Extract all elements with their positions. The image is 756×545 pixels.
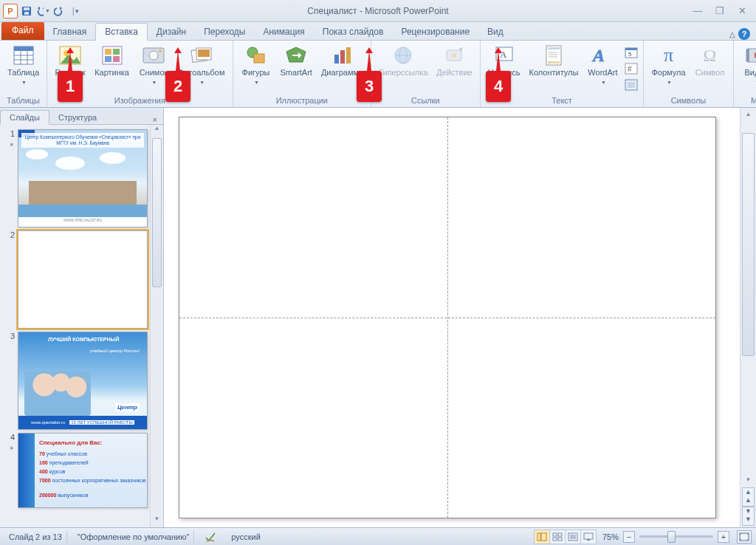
tab-animations[interactable]: Анимация xyxy=(254,24,313,40)
slide-counter[interactable]: Слайд 2 из 13 xyxy=(4,530,67,543)
zoom-value[interactable]: 75% xyxy=(602,532,619,541)
slide-thumbnail[interactable]: Специально для Вас: 70 учебных классов 1… xyxy=(18,433,148,508)
headerfooter-button[interactable]: Колонтитулы xyxy=(526,42,581,78)
table-button[interactable]: Таблица▼ xyxy=(4,42,42,89)
qat-customize[interactable]: │▾ xyxy=(68,4,83,18)
shapes-icon xyxy=(244,44,268,67)
slide-thumbnail[interactable]: Центр Компьютерного Обучения «Специалист… xyxy=(18,129,148,227)
table-icon xyxy=(12,44,35,67)
chart-icon xyxy=(331,44,354,67)
window-controls: ― ❐ ✕ xyxy=(691,4,756,18)
panel-close-icon[interactable]: × xyxy=(147,115,163,124)
workspace: Слайды Структура × 1✶ Центр Компьютерног… xyxy=(0,108,756,527)
slideshow-view-button[interactable] xyxy=(581,529,597,544)
tab-home[interactable]: Главная xyxy=(44,24,96,40)
symbol-icon: Ω xyxy=(698,44,722,67)
svg-rect-42 xyxy=(625,48,637,50)
minimize-button[interactable]: ― xyxy=(691,4,704,18)
action-button[interactable]: Действие xyxy=(433,42,475,78)
tab-insert[interactable]: Вставка xyxy=(95,23,148,41)
smartart-button[interactable]: SmartArt xyxy=(278,42,315,78)
sorter-view-button[interactable] xyxy=(550,529,566,544)
svg-text:A: A xyxy=(591,46,605,65)
object-button[interactable] xyxy=(624,78,639,92)
quick-access-toolbar: P ▼ │▾ xyxy=(0,4,83,18)
slide-thumbnail-selected[interactable] xyxy=(18,230,148,329)
zoom-slider[interactable] xyxy=(639,535,713,538)
save-button[interactable] xyxy=(19,4,34,18)
normal-view-button[interactable] xyxy=(534,529,550,544)
svg-rect-1 xyxy=(24,7,30,10)
slide-number: 3 xyxy=(10,332,15,340)
next-slide-button[interactable]: ▼▼ xyxy=(742,507,755,526)
undo-button[interactable]: ▼ xyxy=(35,4,50,18)
video-icon xyxy=(745,44,756,67)
svg-rect-57 xyxy=(553,538,557,541)
tab-transitions[interactable]: Переходы xyxy=(195,24,254,40)
window-title: Специалист - Microsoft PowerPoint xyxy=(0,6,756,16)
zoom-in-button[interactable]: + xyxy=(718,531,729,543)
tab-design[interactable]: Дизайн xyxy=(148,24,195,40)
group-title: Изображения xyxy=(114,95,165,107)
tab-review[interactable]: Рецензирование xyxy=(392,24,478,40)
fit-to-window-button[interactable] xyxy=(737,530,752,544)
svg-rect-64 xyxy=(587,539,590,541)
current-slide[interactable] xyxy=(179,117,716,518)
clipart-button[interactable]: Картинка xyxy=(92,42,132,78)
group-symbols: π Формула▼ Ω Символ Символы xyxy=(644,41,733,107)
svg-rect-53 xyxy=(537,533,540,541)
close-button[interactable]: ✕ xyxy=(735,4,749,18)
slide-thumbnail[interactable]: ЛУЧШИЙ КОМПЬЮТЕРНЫЙ учебный центр России… xyxy=(18,332,148,430)
group-title: Таблицы xyxy=(7,95,40,107)
video-button[interactable]: Видео▼ xyxy=(738,42,756,89)
date-time-button[interactable]: 5 xyxy=(624,45,639,60)
svg-rect-58 xyxy=(558,538,562,541)
svg-rect-24 xyxy=(334,55,339,64)
panel-tab-outline[interactable]: Структура xyxy=(49,111,106,124)
group-title: Ссылки xyxy=(411,95,440,107)
tab-view[interactable]: Вид xyxy=(478,24,512,40)
panel-tabs: Слайды Структура × xyxy=(0,108,163,125)
hyperlink-button[interactable]: Гиперссылка xyxy=(376,42,430,78)
reading-view-button[interactable] xyxy=(566,529,581,544)
app-icon[interactable]: P xyxy=(3,4,18,18)
zoom-control: 75% − + xyxy=(602,530,752,544)
view-buttons xyxy=(534,529,597,544)
tab-slideshow[interactable]: Показ слайдов xyxy=(314,24,393,40)
redo-button[interactable] xyxy=(52,4,66,18)
symbol-button[interactable]: Ω Символ xyxy=(692,42,729,78)
language-indicator[interactable]: русский xyxy=(227,530,264,543)
slide-canvas[interactable] xyxy=(164,108,740,527)
svg-text:5: 5 xyxy=(628,51,632,58)
maximize-button[interactable]: ❐ xyxy=(713,4,726,18)
zoom-out-button[interactable]: − xyxy=(623,531,635,543)
svg-rect-47 xyxy=(628,82,635,88)
svg-rect-63 xyxy=(584,533,593,539)
tab-file[interactable]: Файл xyxy=(1,22,44,40)
group-title: Мультимедиа xyxy=(751,95,756,107)
theme-name[interactable]: "Оформление по умолчанию" xyxy=(73,530,195,543)
canvas-scrollbar[interactable]: ▲ ▼ ▲▲ ▼▼ xyxy=(740,108,756,527)
group-illustrations: Фигуры▼ SmartArt Диаграмма Иллюстрации xyxy=(233,41,372,107)
group-title: Символы xyxy=(671,95,707,107)
prev-slide-button[interactable]: ▲▲ xyxy=(742,487,755,507)
status-bar: Слайд 2 из 13 "Оформление по умолчанию" … xyxy=(0,527,756,545)
svg-rect-12 xyxy=(105,49,111,55)
equation-button[interactable]: π Формула▼ xyxy=(648,42,688,89)
guide-horizontal[interactable] xyxy=(179,318,715,318)
ribbon-minimize-icon[interactable]: △ xyxy=(729,30,735,38)
svg-rect-55 xyxy=(553,533,557,536)
wordart-button[interactable]: A WordArt▼ xyxy=(584,42,621,89)
svg-rect-56 xyxy=(558,533,562,536)
spellcheck-icon[interactable] xyxy=(200,530,221,543)
shapes-button[interactable]: Фигуры▼ xyxy=(238,42,275,89)
svg-rect-15 xyxy=(113,56,120,62)
titlebar: P ▼ │▾ Специалист - Microsoft PowerPoint… xyxy=(0,0,756,22)
slide-number-button[interactable]: # xyxy=(624,61,639,76)
panel-tab-slides[interactable]: Слайды xyxy=(0,110,49,125)
hyperlink-icon xyxy=(391,44,415,67)
svg-rect-13 xyxy=(113,49,120,55)
help-button[interactable]: ? xyxy=(738,28,750,40)
svg-rect-26 xyxy=(346,47,351,64)
thumbnail-scrollbar[interactable]: ▲ ▼ xyxy=(150,125,163,527)
